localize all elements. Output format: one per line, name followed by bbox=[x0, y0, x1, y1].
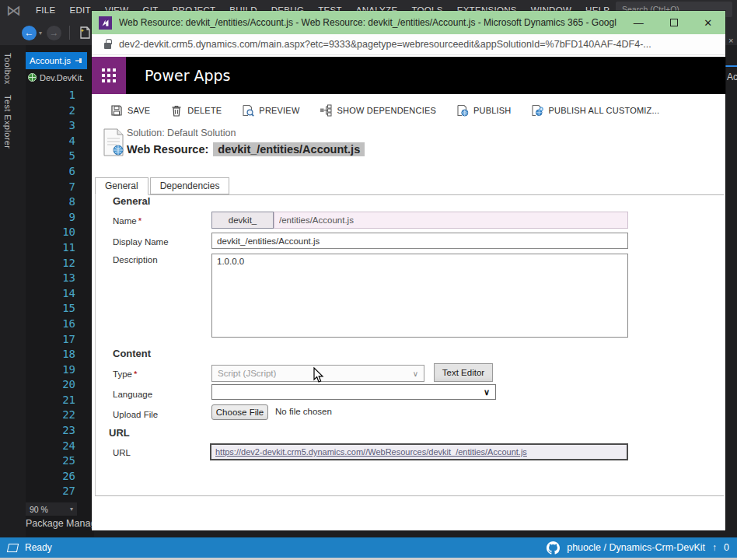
line-number: 10 bbox=[26, 225, 75, 240]
section-heading-general: General bbox=[113, 195, 150, 207]
line-number: 16 bbox=[26, 317, 75, 332]
tabstrip: General Dependencies bbox=[95, 177, 229, 194]
name-field[interactable] bbox=[274, 212, 628, 229]
publish-button[interactable]: PUBLISH bbox=[456, 104, 511, 117]
line-number: 5 bbox=[26, 149, 75, 164]
toolbar-separator bbox=[69, 26, 70, 40]
language-select[interactable]: ∨ bbox=[211, 384, 496, 400]
package-manager-window-title: Package Manag bbox=[26, 518, 97, 529]
pin-icon[interactable] bbox=[75, 57, 83, 65]
line-number: 13 bbox=[26, 271, 75, 286]
visual-studio-logo-icon: ⋈ bbox=[6, 3, 21, 18]
section-heading-url: URL bbox=[109, 427, 130, 439]
url-field[interactable]: https://dev2-devkit.crm5.dynamics.com//W… bbox=[210, 443, 628, 460]
line-number: 11 bbox=[26, 240, 75, 256]
waffle-menu-button[interactable] bbox=[92, 57, 126, 94]
save-label: SAVE bbox=[127, 106, 150, 115]
show-dependencies-label: SHOW DEPENDENCIES bbox=[337, 106, 435, 115]
right-editor-tab-fragment: Ac bbox=[727, 72, 737, 82]
sidebar-tab-toolbox[interactable]: Toolbox bbox=[3, 53, 12, 85]
url-link[interactable]: https://dev2-devkit.crm5.dynamics.com//W… bbox=[215, 447, 527, 457]
line-number: 15 bbox=[26, 301, 75, 317]
section-heading-content: Content bbox=[113, 348, 151, 359]
display-name-label: Display Name bbox=[113, 237, 169, 247]
description-label: Description bbox=[113, 255, 158, 264]
url-label: URL bbox=[113, 448, 131, 457]
line-number-gutter: 1234567891011121314151617181920212223242… bbox=[26, 88, 75, 499]
status-repo[interactable]: phuocle / Dynamics-Crm-DevKit bbox=[567, 542, 705, 553]
chevron-down-icon: ∨ bbox=[484, 387, 490, 397]
tab-dependencies[interactable]: Dependencies bbox=[150, 177, 230, 194]
close-icon[interactable]: ✕ bbox=[704, 17, 712, 29]
address-bar[interactable]: dev2-devkit.crm5.dynamics.com/main.aspx?… bbox=[92, 34, 725, 55]
delete-button[interactable]: DELETE bbox=[170, 104, 222, 117]
line-number: 1 bbox=[26, 88, 75, 103]
webresource-icon bbox=[28, 73, 37, 82]
resource-prefix: Web Resource: bbox=[127, 143, 208, 156]
command-bar: SAVE DELETE PREVIEW bbox=[92, 100, 725, 121]
resource-name-selected: devkit_/entities/Account.js bbox=[213, 142, 365, 156]
line-number: 20 bbox=[26, 377, 75, 393]
show-dependencies-button[interactable]: SHOW DEPENDENCIES bbox=[320, 104, 435, 117]
push-count: 0 bbox=[724, 542, 729, 553]
minimize-icon[interactable]: — bbox=[634, 17, 644, 29]
vs-statusbar: Ready phuocle / Dynamics-Crm-DevKit ↑ 0 bbox=[0, 537, 737, 558]
line-number: 25 bbox=[26, 453, 75, 469]
line-number: 9 bbox=[26, 210, 75, 226]
browser-window: Web Resource: devkit_/entities/Account.j… bbox=[92, 11, 725, 530]
upload-file-label: Upload File bbox=[113, 410, 158, 419]
line-number: 18 bbox=[26, 347, 75, 362]
powerapps-header: Power Apps bbox=[92, 57, 725, 94]
dynamics365-favicon bbox=[99, 16, 112, 30]
description-field[interactable]: 1.0.0.0 bbox=[211, 254, 628, 338]
background-task-icon bbox=[7, 544, 19, 552]
push-arrow-icon[interactable]: ↑ bbox=[712, 542, 717, 553]
sidebar-tab-test-explorer[interactable]: Test Explorer bbox=[3, 95, 12, 149]
line-number: 19 bbox=[26, 362, 75, 378]
line-number: 23 bbox=[26, 423, 75, 439]
line-number: 21 bbox=[26, 393, 75, 408]
publish-all-label: PUBLISH ALL CUSTOMIZ... bbox=[548, 106, 659, 115]
line-number: 27 bbox=[26, 484, 75, 499]
menu-item[interactable]: FILE bbox=[29, 5, 63, 15]
window-title: Web Resource: devkit_/entities/Account.j… bbox=[119, 17, 616, 28]
chevron-down-icon[interactable]: ▾ bbox=[39, 30, 42, 37]
editor-zoom-dropdown[interactable]: 90 % ▾ bbox=[26, 502, 77, 516]
address-text[interactable]: dev2-devkit.crm5.dynamics.com/main.aspx?… bbox=[119, 39, 651, 50]
navigate-forward-button[interactable]: → bbox=[47, 26, 61, 40]
navigate-back-button[interactable]: ← bbox=[22, 26, 37, 40]
zoom-value: 90 % bbox=[30, 505, 70, 514]
editor-tab-accountjs[interactable]: Account.js bbox=[26, 52, 87, 69]
tab-general[interactable]: General bbox=[95, 177, 148, 195]
line-number: 2 bbox=[26, 103, 75, 119]
text-editor-button[interactable]: Text Editor bbox=[434, 363, 493, 382]
dependencies-icon bbox=[320, 104, 332, 117]
new-file-icon[interactable] bbox=[78, 26, 92, 40]
choose-file-button[interactable]: Choose File bbox=[211, 404, 268, 420]
preview-label: PREVIEW bbox=[259, 106, 299, 115]
close-icon[interactable]: × bbox=[728, 36, 733, 45]
no-file-chosen-text: No file chosen bbox=[275, 407, 332, 416]
lock-icon[interactable] bbox=[104, 43, 111, 49]
line-number: 7 bbox=[26, 180, 75, 195]
screen: ⋈ FILEEDITVIEWGITPROJECTBUILDDEBUGTESTAN… bbox=[0, 0, 737, 560]
save-button[interactable]: SAVE bbox=[110, 104, 150, 117]
delete-label: DELETE bbox=[187, 106, 222, 115]
maximize-icon[interactable] bbox=[670, 19, 678, 26]
name-prefix-field[interactable] bbox=[211, 212, 274, 229]
line-number: 22 bbox=[26, 408, 75, 423]
publish-all-icon bbox=[531, 104, 543, 117]
language-label: Language bbox=[113, 390, 152, 399]
publish-all-button[interactable]: PUBLISH ALL CUSTOMIZ... bbox=[531, 104, 659, 117]
preview-icon bbox=[242, 104, 254, 117]
publish-label: PUBLISH bbox=[473, 106, 511, 115]
chevron-down-icon: ▾ bbox=[70, 506, 73, 513]
display-name-field[interactable] bbox=[211, 233, 628, 249]
publish-icon bbox=[456, 104, 469, 117]
preview-button[interactable]: PREVIEW bbox=[242, 104, 299, 117]
name-label: Name* bbox=[113, 216, 141, 226]
editor-tab-devdevkit[interactable]: Dev.DevKit. bbox=[26, 69, 94, 86]
webresource-page-icon bbox=[103, 128, 124, 156]
trash-icon bbox=[170, 104, 183, 117]
github-icon bbox=[547, 541, 560, 555]
